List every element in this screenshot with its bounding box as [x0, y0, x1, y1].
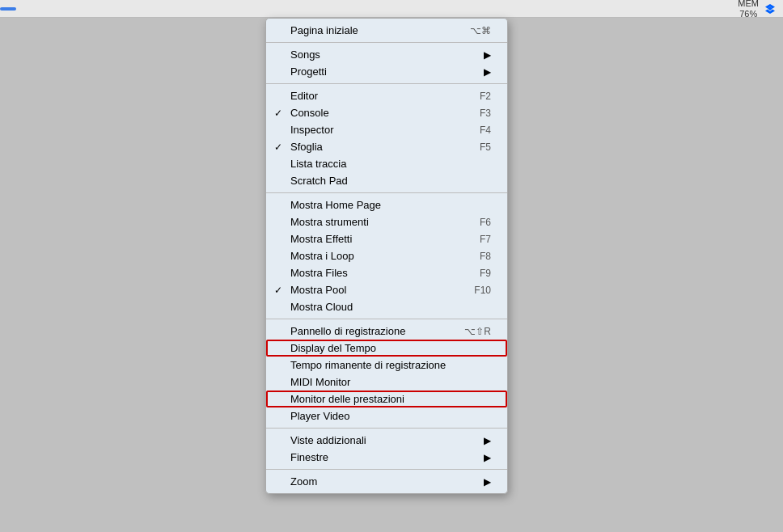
menubar: MEM76% [0, 0, 783, 18]
separator-after-finestre [266, 469, 507, 470]
menu-item-progetti[interactable]: Progetti▶ [266, 63, 507, 80]
arrow-progetti: ▶ [484, 66, 491, 78]
menu-label-pagina-iniziale: Pagina iniziale [290, 24, 358, 36]
arrow-zoom: ▶ [484, 476, 491, 488]
shortcut-mostra-files: F9 [480, 268, 491, 279]
menu-item-zoom[interactable]: Zoom▶ [266, 473, 507, 490]
mem-display: MEM76% [738, 0, 759, 19]
menu-item-scratch-pad[interactable]: Scratch Pad [266, 172, 507, 189]
shortcut-pannello-registrazione: ⌥⇧R [464, 326, 491, 337]
menubar-aiuto[interactable] [16, 7, 32, 11]
dropdown-menu: Pagina iniziale⌥⌘Songs▶Progetti▶EditorF2… [265, 18, 508, 494]
menu-label-sfoglia: Sfoglia [290, 141, 323, 153]
menu-item-pagina-iniziale[interactable]: Pagina iniziale⌥⌘ [266, 22, 507, 39]
shortcut-console: F3 [480, 108, 491, 119]
menu-item-midi-monitor[interactable]: MIDI Monitor [266, 374, 507, 391]
separator-after-progetti [266, 83, 507, 84]
menu-label-zoom: Zoom [290, 475, 317, 488]
menu-label-tempo-rimanente: Tempo rimanente di registrazione [290, 359, 446, 371]
menu-label-player-video: Player Video [290, 410, 349, 422]
shortcut-sfoglia: F5 [480, 141, 491, 153]
checkmark-mostra-pool: ✓ [274, 285, 282, 296]
arrow-finestre: ▶ [484, 452, 491, 463]
menu-item-songs[interactable]: Songs▶ [266, 46, 507, 63]
shortcut-editor: F2 [480, 91, 491, 102]
menu-label-lista-traccia: Lista traccia [290, 158, 346, 170]
separator-after-pagina-iniziale [266, 42, 507, 43]
arrow-viste-addizionali: ▶ [484, 435, 491, 446]
menu-label-inspector: Inspector [290, 124, 333, 136]
menu-label-editor: Editor [290, 90, 318, 102]
menu-label-mostra-strumenti: Mostra strumenti [290, 216, 369, 228]
checkmark-sfoglia: ✓ [274, 141, 282, 153]
menu-label-progetti: Progetti [290, 65, 327, 78]
menu-item-mostra-cloud[interactable]: Mostra Cloud [266, 298, 507, 315]
menu-label-monitor-prestazioni: Monitor delle prestazioni [290, 393, 404, 405]
menu-label-mostra-home-page: Mostra Home Page [290, 199, 381, 211]
menu-item-inspector[interactable]: InspectorF4 [266, 121, 507, 138]
menu-label-mostra-files: Mostra Files [290, 267, 348, 279]
shortcut-inspector: F4 [480, 125, 491, 136]
menu-item-viste-addizionali[interactable]: Viste addizionali▶ [266, 432, 507, 449]
menu-item-finestre[interactable]: Finestre▶ [266, 449, 507, 466]
menu-item-mostra-pool[interactable]: ✓Mostra PoolF10 [266, 281, 507, 298]
menu-item-lista-traccia[interactable]: Lista traccia [266, 155, 507, 172]
menu-label-finestre: Finestre [290, 451, 328, 463]
menu-label-display-tempo: Display del Tempo [290, 342, 376, 354]
menubar-right: MEM76% [738, 0, 783, 19]
menu-item-mostra-files[interactable]: Mostra FilesF9 [266, 264, 507, 281]
menu-item-mostra-home-page[interactable]: Mostra Home Page [266, 196, 507, 213]
menu-label-viste-addizionali: Viste addizionali [290, 434, 366, 446]
dropbox-icon [764, 2, 777, 15]
menu-item-tempo-rimanente[interactable]: Tempo rimanente di registrazione [266, 357, 507, 374]
menubar-vista[interactable] [0, 7, 16, 11]
separator-after-mostra-cloud [266, 319, 507, 319]
menu-item-mostra-effetti[interactable]: Mostra EffettiF7 [266, 230, 507, 247]
menu-label-scratch-pad: Scratch Pad [290, 175, 348, 187]
shortcut-mostra-effetti: F7 [480, 234, 491, 245]
menu-label-console: Console [290, 107, 329, 119]
menu-item-console[interactable]: ✓ConsoleF3 [266, 104, 507, 121]
separator-after-player-video [266, 428, 507, 429]
shortcut-mostra-loop: F8 [480, 251, 491, 262]
menu-label-mostra-cloud: Mostra Cloud [290, 301, 353, 313]
menu-item-sfoglia[interactable]: ✓SfogliaF5 [266, 138, 507, 155]
menu-item-monitor-prestazioni[interactable]: Monitor delle prestazioni [266, 391, 507, 407]
menu-label-mostra-effetti: Mostra Effetti [290, 233, 352, 245]
menu-label-pannello-registrazione: Pannello di registrazione [290, 325, 405, 337]
shortcut-pagina-iniziale: ⌥⌘ [470, 25, 491, 36]
menu-label-songs: Songs [290, 49, 320, 61]
menu-item-player-video[interactable]: Player Video [266, 407, 507, 424]
checkmark-console: ✓ [274, 108, 282, 119]
menu-item-mostra-loop[interactable]: Mostra i LoopF8 [266, 247, 507, 264]
separator-after-scratch-pad [266, 192, 507, 193]
arrow-songs: ▶ [484, 49, 491, 61]
menu-item-display-tempo[interactable]: Display del Tempo [266, 340, 507, 357]
menu-item-mostra-strumenti[interactable]: Mostra strumentiF6 [266, 213, 507, 230]
menu-item-editor[interactable]: EditorF2 [266, 87, 507, 104]
shortcut-mostra-pool: F10 [474, 285, 491, 296]
menu-label-mostra-pool: Mostra Pool [290, 284, 346, 296]
shortcut-mostra-strumenti: F6 [480, 217, 491, 228]
menu-label-midi-monitor: MIDI Monitor [290, 376, 350, 388]
menu-label-mostra-loop: Mostra i Loop [290, 250, 354, 262]
menu-item-pannello-registrazione[interactable]: Pannello di registrazione⌥⇧R [266, 323, 507, 340]
